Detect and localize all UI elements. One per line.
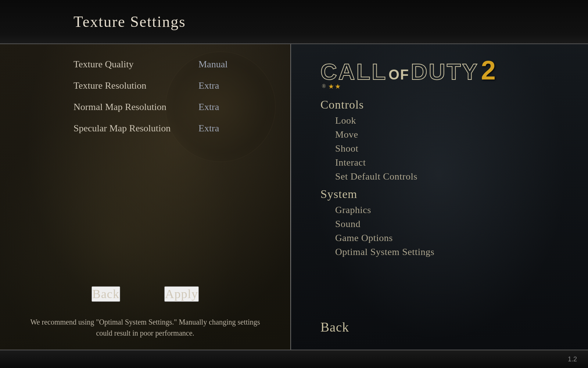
texture-resolution-label: Texture Resolution (74, 80, 191, 91)
menu-item-shoot[interactable]: Shoot (320, 142, 588, 156)
logo-stars: ★★ (328, 82, 341, 91)
menu-item-sound[interactable]: Sound (320, 217, 588, 231)
logo-duty: DUTY (411, 59, 479, 85)
panel-divider (290, 44, 291, 350)
version-text: 1.2 (568, 355, 577, 363)
logo-number: 2 (481, 55, 496, 85)
menu-item-optimal-settings[interactable]: Optimal System Settings (320, 245, 588, 259)
bottom-bar: 1.2 (0, 350, 588, 368)
normal-map-value[interactable]: Extra (198, 102, 219, 113)
menu-item-move[interactable]: Move (320, 128, 588, 142)
right-panel: CALL OF DUTY 2 ® ★★ Controls Look Move S… (291, 44, 588, 350)
texture-resolution-value[interactable]: Extra (198, 80, 219, 91)
specular-map-value[interactable]: Extra (198, 123, 219, 134)
recommendation-area: We recommend using "Optimal System Setti… (0, 313, 290, 350)
recommendation-text: We recommend using "Optimal System Setti… (29, 316, 261, 339)
system-section: System Graphics Sound Game Options Optim… (320, 187, 588, 259)
texture-quality-label: Texture Quality (74, 59, 191, 70)
cod-logo: CALL OF DUTY 2 (320, 55, 588, 85)
menu-item-game-options[interactable]: Game Options (320, 231, 588, 245)
buttons-area: Back Apply (0, 279, 290, 313)
apply-button[interactable]: Apply (164, 286, 199, 302)
setting-row-specular-map: Specular Map Resolution Extra (74, 123, 290, 134)
left-panel: Texture Quality Manual Texture Resolutio… (0, 44, 290, 350)
logo-call: CALL (320, 59, 387, 85)
setting-row-texture-quality: Texture Quality Manual (74, 59, 290, 70)
menu-item-look[interactable]: Look (320, 114, 588, 128)
back-button[interactable]: Back (92, 286, 120, 302)
texture-quality-value[interactable]: Manual (198, 59, 227, 70)
normal-map-label: Normal Map Resolution (74, 102, 191, 113)
system-section-title: System (320, 187, 588, 201)
logo-area: CALL OF DUTY 2 ® ★★ (320, 52, 588, 91)
menu-item-interact[interactable]: Interact (320, 156, 588, 170)
menu-item-graphics[interactable]: Graphics (320, 203, 588, 217)
controls-section-title: Controls (320, 98, 588, 112)
setting-row-texture-resolution: Texture Resolution Extra (74, 80, 290, 91)
settings-area: Texture Quality Manual Texture Resolutio… (0, 44, 290, 279)
menu-item-set-default-controls[interactable]: Set Default Controls (320, 170, 588, 184)
registered-mark: ® (322, 84, 326, 89)
right-back-button[interactable]: Back (320, 320, 349, 335)
specular-map-label: Specular Map Resolution (74, 123, 191, 134)
right-back-area: Back (320, 319, 588, 342)
controls-section: Controls Look Move Shoot Interact Set De… (320, 98, 588, 184)
header-bar: Texture Settings (0, 0, 588, 44)
setting-row-normal-map: Normal Map Resolution Extra (74, 102, 290, 113)
logo-of: OF (388, 67, 409, 83)
page-title: Texture Settings (74, 13, 186, 31)
